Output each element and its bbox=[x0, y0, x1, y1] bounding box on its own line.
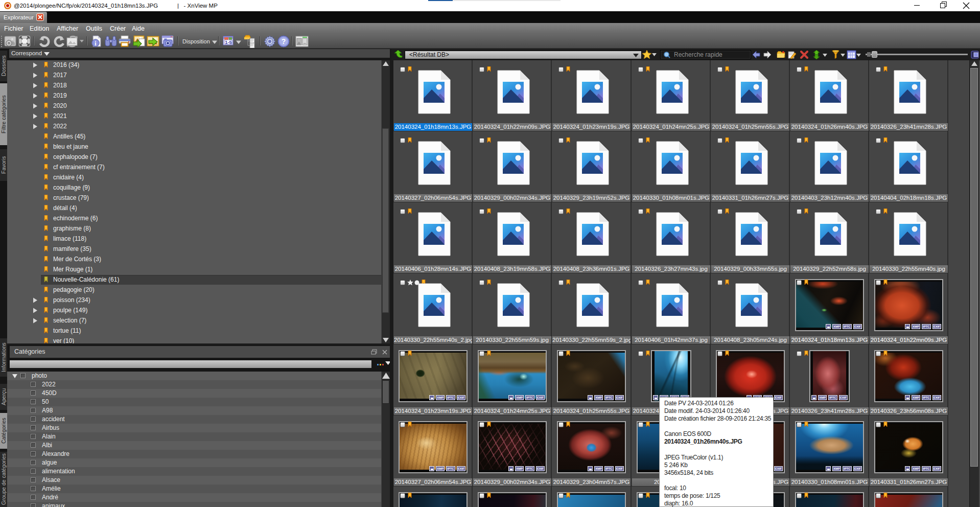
svg-text:?: ? bbox=[282, 37, 286, 45]
svg-text:1-5: 1-5 bbox=[225, 40, 231, 45]
